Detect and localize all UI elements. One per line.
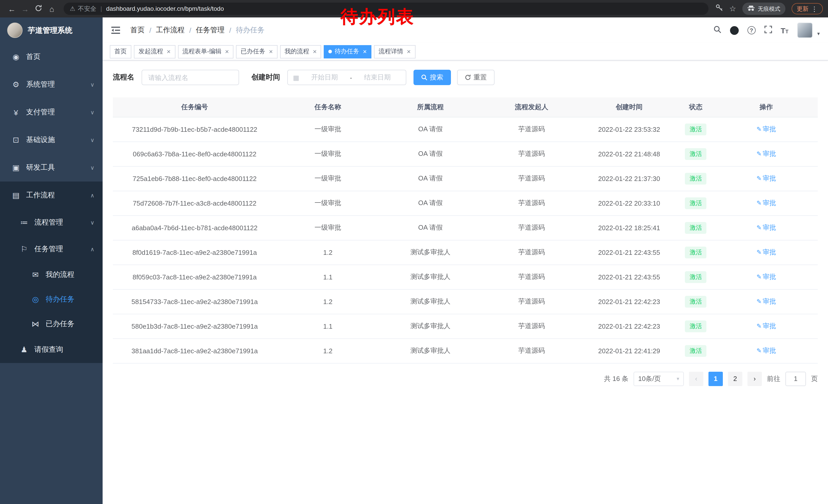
- approve-link[interactable]: ✎审批: [756, 199, 776, 207]
- approve-link[interactable]: ✎审批: [756, 224, 776, 231]
- search-button[interactable]: 搜索: [413, 70, 451, 85]
- list-icon: ≔: [18, 218, 30, 227]
- sidebar-item-my-process[interactable]: ✉ 我的流程: [0, 263, 102, 287]
- page-body: 芋道管理系统 ◉ 首页 ⚙ 系统管理 ∨ ¥ 支付管理 ∨ ⊡ 基础设施 ∨: [0, 17, 828, 504]
- sidebar-item-done-tasks[interactable]: ⋈ 已办任务: [0, 312, 102, 336]
- status-badge: 激活: [685, 222, 707, 234]
- security-status[interactable]: ⚠ 不安全: [70, 4, 96, 13]
- chevron-up-icon: ∧: [90, 246, 94, 253]
- close-icon[interactable]: ×: [407, 48, 411, 55]
- approve-link[interactable]: ✎审批: [756, 347, 776, 354]
- app-logo[interactable]: 芋道管理系统: [0, 17, 102, 43]
- browser-menu-icon[interactable]: ⋮: [811, 5, 818, 12]
- help-icon[interactable]: ?: [747, 26, 755, 34]
- avatar-caret-icon[interactable]: ▾: [817, 31, 820, 36]
- breadcrumb-task-mgmt[interactable]: 任务管理: [196, 26, 225, 35]
- password-key-icon[interactable]: [715, 4, 723, 13]
- tab-home[interactable]: 首页: [110, 45, 131, 58]
- edit-icon: ✎: [756, 249, 761, 256]
- col-process: 所属流程: [379, 97, 482, 117]
- sidebar-item-label: 我的流程: [46, 270, 74, 279]
- tab-process-detail[interactable]: 流程详情 ×: [374, 45, 415, 58]
- table-row: 069c6a63-7b8a-11ec-8ef0-acde48001122 一级审…: [113, 141, 818, 166]
- back-icon[interactable]: ←: [5, 4, 18, 13]
- reset-button[interactable]: 重置: [457, 70, 495, 85]
- next-page-button[interactable]: ›: [747, 371, 762, 386]
- sidebar-item-infrastructure[interactable]: ⊡ 基础设施 ∨: [0, 126, 102, 154]
- sidebar-item-workflow[interactable]: ▤ 工作流程 ∧: [0, 182, 102, 209]
- sidebar-item-leave-query[interactable]: ♟ 请假查询: [0, 336, 102, 363]
- home-icon[interactable]: ⌂: [45, 4, 58, 13]
- tab-start-process[interactable]: 发起流程 ×: [134, 45, 175, 58]
- approve-link[interactable]: ✎审批: [756, 125, 776, 133]
- sidebar-item-label: 任务管理: [34, 244, 63, 254]
- page-size-select[interactable]: 10条/页 ▾: [633, 371, 684, 386]
- calendar-icon: ▦: [293, 74, 299, 81]
- goto-unit-label: 页: [811, 374, 818, 383]
- collapse-sidebar-icon[interactable]: [111, 26, 122, 35]
- cell-task-id: 580e1b3d-7ac8-11ec-a9e2-a2380e71991a: [113, 314, 277, 338]
- approve-link[interactable]: ✎审批: [756, 273, 776, 280]
- approve-link-label: 审批: [762, 150, 776, 157]
- tab-done-tasks[interactable]: 已办任务 ×: [236, 45, 277, 58]
- approve-link[interactable]: ✎审批: [756, 150, 776, 157]
- date-range-picker[interactable]: ▦ 开始日期 - 结束日期: [287, 70, 406, 85]
- close-icon[interactable]: ×: [269, 48, 273, 55]
- approve-link[interactable]: ✎审批: [756, 297, 776, 305]
- main-area: 首页 / 工作流程 / 任务管理 / 待办任务 ?: [102, 17, 828, 504]
- active-tab-dot: [329, 50, 332, 53]
- top-header: 首页 / 工作流程 / 任务管理 / 待办任务 ?: [102, 17, 828, 43]
- cell-status: 激活: [677, 314, 715, 338]
- tab-label: 首页: [114, 47, 127, 56]
- close-icon[interactable]: ×: [363, 48, 367, 55]
- sidebar-item-payment[interactable]: ¥ 支付管理 ∨: [0, 98, 102, 126]
- sidebar-item-task-mgmt[interactable]: ⚐ 任务管理 ∧: [0, 236, 102, 263]
- page-button-1[interactable]: 1: [708, 371, 723, 386]
- page-button-2[interactable]: 2: [728, 371, 742, 386]
- tab-form-edit[interactable]: 流程表单-编辑 ×: [178, 45, 234, 58]
- sidebar-item-system[interactable]: ⚙ 系统管理 ∨: [0, 71, 102, 98]
- tab-todo-tasks[interactable]: 待办任务 ×: [324, 45, 371, 58]
- prev-page-button[interactable]: ‹: [689, 371, 703, 386]
- search-icon[interactable]: [713, 26, 721, 35]
- font-size-icon[interactable]: TT: [781, 26, 788, 35]
- sidebar-item-home[interactable]: ◉ 首页: [0, 43, 102, 71]
- cell-action: ✎审批: [715, 338, 818, 363]
- approve-link[interactable]: ✎审批: [756, 322, 776, 330]
- sidebar-item-label: 支付管理: [26, 108, 55, 117]
- fullscreen-icon[interactable]: [764, 26, 772, 35]
- status-badge: 激活: [685, 148, 707, 160]
- cell-status: 激活: [677, 240, 715, 265]
- forward-icon[interactable]: →: [18, 4, 32, 13]
- cell-initiator: 芋道源码: [482, 240, 581, 265]
- sidebar-item-label: 请假查询: [34, 345, 63, 354]
- end-date-placeholder: 结束日期: [354, 73, 401, 82]
- filter-form: 流程名 创建时间 ▦ 开始日期 - 结束日期 搜索: [113, 70, 818, 85]
- chrome-update-button[interactable]: 更新 ⋮: [792, 3, 823, 14]
- close-icon[interactable]: ×: [225, 48, 229, 55]
- approve-link[interactable]: ✎审批: [756, 248, 776, 256]
- close-icon[interactable]: ×: [167, 48, 171, 55]
- breadcrumb-workflow[interactable]: 工作流程: [156, 26, 185, 35]
- cell-action: ✎审批: [715, 141, 818, 166]
- breadcrumb-home[interactable]: 首页: [130, 26, 145, 35]
- sidebar-item-devtools[interactable]: ▣ 研发工具 ∨: [0, 154, 102, 182]
- tab-my-process[interactable]: 我的流程 ×: [280, 45, 321, 58]
- reload-icon[interactable]: [32, 4, 45, 13]
- cell-task-name: 一级审批: [277, 191, 379, 215]
- table-row: 58154733-7ac8-11ec-a9e2-a2380e71991a 1.2…: [113, 289, 818, 314]
- process-name-input[interactable]: [141, 70, 239, 85]
- approve-link[interactable]: ✎审批: [756, 174, 776, 182]
- table-row: a6aba0a4-7b6d-11ec-b781-acde48001122 一级审…: [113, 215, 818, 240]
- sidebar-item-todo-tasks[interactable]: ◎ 待办任务: [0, 287, 102, 312]
- edit-icon: ✎: [756, 224, 761, 231]
- bookmark-star-icon[interactable]: ☆: [729, 4, 736, 13]
- goto-page-input[interactable]: [785, 371, 806, 386]
- chevron-down-icon: ∨: [90, 219, 94, 226]
- close-icon[interactable]: ×: [313, 48, 317, 55]
- sidebar-item-process-mgmt[interactable]: ≔ 流程管理 ∨: [0, 209, 102, 236]
- cell-task-name: 一级审批: [277, 117, 379, 141]
- cell-initiator: 芋道源码: [482, 289, 581, 314]
- github-icon[interactable]: [730, 26, 739, 35]
- avatar[interactable]: [797, 22, 813, 38]
